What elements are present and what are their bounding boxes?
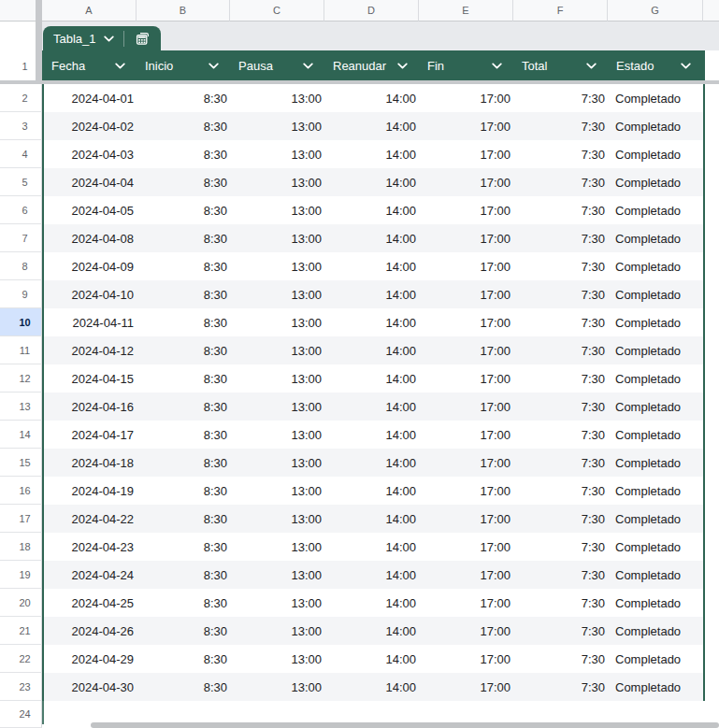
column-letter-G[interactable]: G xyxy=(608,0,703,21)
cell-A22[interactable]: 2024-04-29 xyxy=(44,645,137,673)
cell-F6[interactable]: 7:30 xyxy=(514,196,609,224)
cell-E6[interactable]: 17:00 xyxy=(420,196,514,224)
cell-F22[interactable]: 7:30 xyxy=(514,645,609,673)
cell-A14[interactable]: 2024-04-17 xyxy=(44,421,137,449)
cell-C3[interactable]: 13:00 xyxy=(231,112,325,140)
cell-B21[interactable]: 8:30 xyxy=(137,617,231,645)
cell-D13[interactable]: 14:00 xyxy=(325,393,420,421)
cell-E12[interactable]: 17:00 xyxy=(420,364,514,393)
cell-C21[interactable]: 13:00 xyxy=(231,617,325,645)
column-letter-C[interactable]: C xyxy=(230,0,324,21)
cell-G22[interactable]: Completado xyxy=(609,645,703,673)
cell-F9[interactable]: 7:30 xyxy=(514,280,609,308)
cell-G18[interactable]: Completado xyxy=(609,533,703,561)
cell-A2[interactable]: 2024-04-01 xyxy=(44,84,137,112)
row-number-19[interactable]: 19 xyxy=(0,561,42,589)
header-cell-fecha[interactable]: Fecha xyxy=(44,50,137,81)
cell-F7[interactable]: 7:30 xyxy=(514,224,609,252)
cell-G7[interactable]: Completado xyxy=(609,224,703,252)
cell-F2[interactable]: 7:30 xyxy=(514,84,609,112)
cell-D10[interactable]: 14:00 xyxy=(325,308,420,336)
row-number-18[interactable]: 18 xyxy=(0,533,42,561)
cell-F16[interactable]: 7:30 xyxy=(514,477,609,505)
cell-A23[interactable]: 2024-04-30 xyxy=(44,673,137,701)
cell-A4[interactable]: 2024-04-03 xyxy=(44,140,137,168)
cell-C22[interactable]: 13:00 xyxy=(231,645,325,673)
cell-F21[interactable]: 7:30 xyxy=(514,617,609,645)
cell-C16[interactable]: 13:00 xyxy=(231,477,325,505)
cell-C19[interactable]: 13:00 xyxy=(231,561,325,589)
cell-F17[interactable]: 7:30 xyxy=(514,505,609,533)
cell-E16[interactable]: 17:00 xyxy=(420,477,514,505)
row-number-15[interactable]: 15 xyxy=(0,449,42,477)
cell-B15[interactable]: 8:30 xyxy=(137,449,231,477)
cell-A21[interactable]: 2024-04-26 xyxy=(44,617,137,645)
cell-C20[interactable]: 13:00 xyxy=(231,589,325,617)
cell-D7[interactable]: 14:00 xyxy=(325,224,420,252)
chevron-down-icon[interactable] xyxy=(115,63,125,69)
cell-B12[interactable]: 8:30 xyxy=(137,364,231,393)
cell-F12[interactable]: 7:30 xyxy=(514,364,609,393)
row-number-12[interactable]: 12 xyxy=(0,364,42,393)
cell-C8[interactable]: 13:00 xyxy=(231,252,325,280)
cell-F19[interactable]: 7:30 xyxy=(514,561,609,589)
cell-B9[interactable]: 8:30 xyxy=(137,280,231,308)
cell-E11[interactable]: 17:00 xyxy=(420,336,514,364)
cell-D5[interactable]: 14:00 xyxy=(325,168,420,196)
chevron-down-icon[interactable] xyxy=(104,36,114,42)
cell-D2[interactable]: 14:00 xyxy=(325,84,420,112)
cell-B3[interactable]: 8:30 xyxy=(137,112,231,140)
cell-G21[interactable]: Completado xyxy=(609,617,703,645)
chevron-down-icon[interactable] xyxy=(681,63,691,69)
cell-F23[interactable]: 7:30 xyxy=(514,673,609,701)
cell-B13[interactable]: 8:30 xyxy=(137,393,231,421)
cell-D8[interactable]: 14:00 xyxy=(325,252,420,280)
cell-E18[interactable]: 17:00 xyxy=(420,533,514,561)
cell-G6[interactable]: Completado xyxy=(609,196,703,224)
cell-G11[interactable]: Completado xyxy=(609,336,703,364)
cell-D4[interactable]: 14:00 xyxy=(325,140,420,168)
cell-B23[interactable]: 8:30 xyxy=(137,673,231,701)
cell-A3[interactable]: 2024-04-02 xyxy=(44,112,137,140)
frozen-column-divider[interactable] xyxy=(36,0,42,84)
cell-F11[interactable]: 7:30 xyxy=(514,336,609,364)
cell-A17[interactable]: 2024-04-22 xyxy=(44,505,137,533)
cell-G9[interactable]: Completado xyxy=(609,280,703,308)
row-number-2[interactable]: 2 xyxy=(0,84,42,112)
cell-C23[interactable]: 13:00 xyxy=(231,673,325,701)
cell-B22[interactable]: 8:30 xyxy=(137,645,231,673)
chevron-down-icon[interactable] xyxy=(397,63,408,69)
header-cell-inicio[interactable]: Inicio xyxy=(137,50,231,81)
cell-D3[interactable]: 14:00 xyxy=(325,112,420,140)
frozen-row-divider[interactable] xyxy=(0,80,719,84)
cell-G10[interactable]: Completado xyxy=(609,308,703,336)
column-letter-A[interactable]: A xyxy=(42,0,137,21)
cell-C15[interactable]: 13:00 xyxy=(231,449,325,477)
cell-A12[interactable]: 2024-04-15 xyxy=(44,364,137,393)
cell-C14[interactable]: 13:00 xyxy=(231,421,325,449)
cell-E20[interactable]: 17:00 xyxy=(420,589,514,617)
cell-G8[interactable]: Completado xyxy=(609,252,703,280)
cell-C9[interactable]: 13:00 xyxy=(231,280,325,308)
cell-A5[interactable]: 2024-04-04 xyxy=(44,168,137,196)
cell-C13[interactable]: 13:00 xyxy=(231,393,325,421)
cell-G2[interactable]: Completado xyxy=(609,84,703,112)
cell-E10[interactable]: 17:00 xyxy=(420,308,514,336)
cell-E23[interactable]: 17:00 xyxy=(420,673,514,701)
cell-B11[interactable]: 8:30 xyxy=(137,336,231,364)
row-number-6[interactable]: 6 xyxy=(0,196,42,224)
cell-B10[interactable]: 8:30 xyxy=(137,308,231,336)
cell-D22[interactable]: 14:00 xyxy=(325,645,420,673)
row-number-11[interactable]: 11 xyxy=(0,336,42,364)
cell-E19[interactable]: 17:00 xyxy=(420,561,514,589)
cell-D11[interactable]: 14:00 xyxy=(325,336,420,364)
table-grid-icon[interactable] xyxy=(124,26,161,50)
cell-F3[interactable]: 7:30 xyxy=(514,112,609,140)
cell-C18[interactable]: 13:00 xyxy=(231,533,325,561)
row-number-14[interactable]: 14 xyxy=(0,421,42,449)
cell-A8[interactable]: 2024-04-09 xyxy=(44,252,137,280)
row-number-17[interactable]: 17 xyxy=(0,505,42,533)
cell-D18[interactable]: 14:00 xyxy=(325,533,420,561)
header-cell-pausa[interactable]: Pausa xyxy=(231,50,325,81)
chevron-down-icon[interactable] xyxy=(303,63,313,69)
